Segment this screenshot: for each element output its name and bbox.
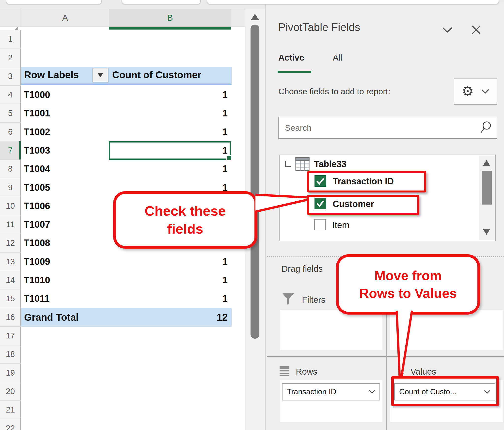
drag-fields-label: Drag fields	[282, 264, 323, 274]
pivot-row-value[interactable]: 1	[109, 160, 228, 178]
pivot-row-value[interactable]: 1	[109, 104, 228, 123]
scroll-down-icon[interactable]	[483, 229, 490, 235]
tab-all[interactable]: All	[333, 53, 342, 63]
rows-field-pill[interactable]: Transaction ID	[282, 383, 380, 400]
top-cutoff-box-2	[122, 0, 201, 4]
collapse-table-icon[interactable]	[284, 160, 292, 168]
row-header-13[interactable]: 13	[0, 253, 21, 271]
row-header-15[interactable]: 15	[0, 289, 21, 308]
callout-check-these-fields: Check these fields	[113, 191, 257, 249]
row-header-22[interactable]: 22	[0, 419, 21, 430]
row-header-20[interactable]: 20	[0, 382, 21, 401]
column-header-b[interactable]: B	[109, 9, 231, 27]
row-header-8[interactable]: 8	[0, 160, 21, 178]
table-grid-icon	[295, 157, 310, 171]
pivot-row-label[interactable]: T1010	[24, 271, 107, 289]
row-header-1[interactable]: 1	[0, 30, 21, 48]
selected-cell-b7[interactable]	[109, 141, 231, 160]
excel-pivottable-screen: A B 12345678910111213141516171819202122 …	[0, 0, 504, 430]
pivot-row-label[interactable]: T1011	[24, 289, 107, 308]
row-labels-header: Row Labels	[24, 67, 79, 83]
callout-text-line: Rows to Values	[359, 285, 457, 302]
checkbox-customer[interactable]	[315, 198, 326, 209]
areas-horizontal-divider	[267, 356, 504, 357]
column-header-rest	[231, 9, 245, 27]
tab-active[interactable]: Active	[278, 53, 304, 63]
row-header-14[interactable]: 14	[0, 271, 21, 289]
table-name[interactable]: Table33	[314, 159, 346, 169]
grand-total-row: Grand Total 12	[21, 308, 232, 327]
scroll-up-icon[interactable]	[251, 14, 259, 20]
rows-area-label: Rows	[296, 367, 317, 377]
field-transaction-id[interactable]: Transaction ID	[333, 176, 394, 187]
filters-drop-area[interactable]	[280, 310, 382, 350]
triangle-down-icon	[98, 73, 103, 77]
row-header-12[interactable]: 12	[0, 234, 21, 252]
pivot-row-value[interactable]: 1	[109, 86, 228, 104]
tools-options-button[interactable]: ⚙	[454, 78, 497, 105]
sigma-icon: Σ	[398, 365, 404, 376]
row-header-7[interactable]: 7	[0, 141, 21, 160]
callout-move-rows-to-values: Move from Rows to Values	[336, 254, 480, 315]
checkbox-transaction-id[interactable]	[315, 175, 326, 187]
row-header-21[interactable]: 21	[0, 401, 21, 419]
field-item[interactable]: Item	[332, 220, 349, 230]
row-header-10[interactable]: 10	[0, 197, 21, 215]
top-cutoff-box-1	[6, 0, 102, 4]
pivot-row-label[interactable]: T1007	[24, 215, 107, 234]
row-header-19[interactable]: 19	[0, 364, 21, 382]
pivot-row-label[interactable]: T1006	[24, 197, 107, 215]
chevron-down-icon	[369, 390, 375, 394]
pivot-row-value[interactable]: 1	[109, 289, 228, 308]
search-box[interactable]	[278, 117, 497, 139]
top-cutoff-box-3	[207, 0, 499, 4]
row-header-11[interactable]: 11	[0, 215, 21, 234]
row-header-3[interactable]: 3	[0, 67, 21, 86]
field-customer[interactable]: Customer	[333, 199, 374, 209]
columns-drop-area[interactable]	[390, 310, 503, 350]
row-header-column[interactable]: 12345678910111213141516171819202122	[0, 30, 21, 430]
pivot-row-label[interactable]: T1003	[24, 141, 107, 160]
pivot-row-value[interactable]: 1	[109, 271, 228, 289]
annotation-box-values-pill	[391, 376, 499, 406]
check-icon	[315, 198, 326, 209]
row-header-9[interactable]: 9	[0, 178, 21, 197]
search-input[interactable]	[279, 123, 478, 133]
pivot-row-label[interactable]: T1005	[24, 178, 107, 197]
select-all-corner[interactable]	[0, 9, 21, 27]
field-list-scrollbar-thumb[interactable]	[482, 171, 492, 205]
check-icon	[315, 176, 326, 186]
pivot-row-label[interactable]: T1004	[24, 160, 107, 178]
sheet-scrollbar-thumb[interactable]	[251, 25, 259, 339]
choose-fields-label: Choose fields to add to report:	[278, 87, 391, 96]
row-labels-filter-button[interactable]	[93, 68, 108, 82]
magnifier-icon	[478, 120, 493, 135]
row-header-18[interactable]: 18	[0, 345, 21, 364]
row-header-17[interactable]: 17	[0, 327, 21, 345]
row-header-6[interactable]: 6	[0, 123, 21, 141]
values-area-label: Values	[410, 367, 436, 377]
row-header-4[interactable]: 4	[0, 86, 21, 104]
row-header-5[interactable]: 5	[0, 104, 21, 123]
grand-total-label: Grand Total	[24, 312, 79, 323]
active-tab-underline	[278, 71, 311, 73]
chevron-down-icon[interactable]	[442, 26, 453, 33]
row-header-2[interactable]: 2	[0, 48, 21, 67]
scroll-up-icon[interactable]	[483, 160, 490, 166]
checkbox-item[interactable]	[314, 219, 326, 230]
pivot-row-label[interactable]: T1002	[24, 123, 107, 141]
pivot-row-label[interactable]: T1001	[24, 104, 107, 123]
grand-total-value: 12	[217, 312, 228, 323]
pivot-row-label[interactable]: T1009	[24, 253, 107, 271]
pivot-row-value[interactable]: 1	[109, 253, 228, 271]
gear-icon: ⚙	[461, 84, 474, 98]
pivot-row-label[interactable]: T1008	[24, 234, 107, 252]
areas-vertical-divider	[386, 308, 387, 430]
pivot-row-value[interactable]: 1	[109, 123, 228, 141]
close-icon[interactable]	[471, 25, 481, 35]
column-header-a[interactable]: A	[21, 9, 109, 27]
row-header-16[interactable]: 16	[0, 308, 21, 327]
callout-text-line: fields	[167, 220, 203, 238]
pivot-row-label[interactable]: T1000	[24, 86, 107, 104]
fill-handle[interactable]	[226, 155, 232, 161]
